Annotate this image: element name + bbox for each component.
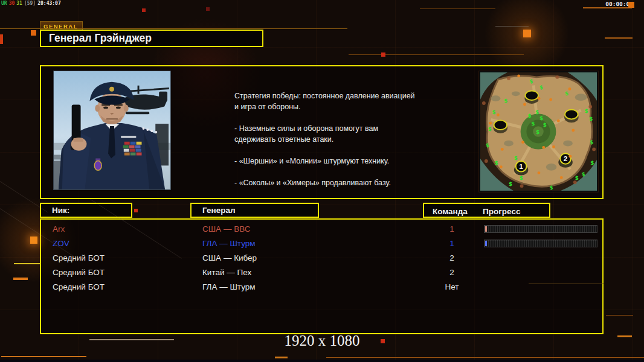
decorative-square bbox=[381, 339, 385, 343]
decorative-line bbox=[617, 335, 632, 337]
svg-text:$: $ bbox=[539, 84, 543, 91]
player-nick: Средний БОТ bbox=[53, 282, 105, 291]
svg-text:$: $ bbox=[565, 91, 568, 97]
decorative-line bbox=[275, 357, 288, 358]
perf-clock: 20:43:07 bbox=[37, 1, 61, 6]
svg-text:$: $ bbox=[590, 139, 593, 145]
svg-text:$: $ bbox=[509, 181, 512, 187]
general-portrait bbox=[53, 71, 171, 190]
decorative-square bbox=[628, 2, 634, 8]
decorative-square bbox=[206, 7, 210, 11]
decorative-line bbox=[13, 278, 28, 280]
svg-text:$: $ bbox=[514, 155, 518, 161]
svg-text:$: $ bbox=[495, 160, 498, 166]
player-nick: Arx bbox=[53, 224, 65, 233]
decorative-square bbox=[381, 52, 385, 57]
progress-fill bbox=[485, 226, 487, 232]
players-table: Arx США — ВВС 1 ZOV ГЛА — Штурм 1 Средни… bbox=[40, 218, 604, 334]
perf-ur: UR bbox=[1, 1, 7, 6]
decorative-line bbox=[495, 26, 529, 27]
svg-text:$: $ bbox=[550, 185, 553, 191]
player-progress-bar bbox=[484, 240, 597, 247]
decorative-line bbox=[583, 7, 632, 8]
decorative-square bbox=[523, 30, 531, 37]
table-row: Средний БОТ США — Кибер 2 bbox=[41, 251, 602, 265]
svg-text:$: $ bbox=[536, 129, 539, 135]
decorative-line bbox=[606, 315, 633, 316]
svg-text:$: $ bbox=[520, 175, 523, 181]
header-progress: Прогресс bbox=[483, 205, 520, 218]
header-team-progress: Команда Прогресс bbox=[423, 203, 550, 218]
svg-text:$: $ bbox=[589, 116, 593, 122]
progress-fill bbox=[485, 241, 487, 246]
decorative-line bbox=[420, 8, 495, 9]
perf-val: 31 bbox=[16, 1, 22, 6]
svg-text:$: $ bbox=[590, 160, 594, 166]
perf-overlay: UR3031[59]20:43:07 bbox=[1, 1, 63, 6]
svg-text:$: $ bbox=[543, 122, 547, 128]
player-general: США — Кибер bbox=[202, 253, 257, 262]
table-row: Средний БОТ Китай — Пех 2 bbox=[41, 265, 602, 280]
decorative-line bbox=[605, 37, 633, 39]
decorative-square bbox=[30, 237, 37, 244]
decorative-line bbox=[326, 357, 644, 358]
svg-text:$: $ bbox=[488, 126, 492, 132]
player-team: Нет bbox=[431, 282, 473, 291]
decorative-line bbox=[529, 284, 604, 284]
svg-text:$: $ bbox=[531, 121, 535, 127]
perf-fps: 30 bbox=[9, 1, 15, 6]
player-general: США — ВВС bbox=[202, 224, 250, 233]
perf-bracket: [59] bbox=[24, 1, 36, 6]
svg-text:$: $ bbox=[584, 108, 588, 114]
player-nick: Средний БОТ bbox=[53, 268, 105, 277]
player-general: Китай — Пех bbox=[202, 268, 251, 277]
decorative-square bbox=[0, 34, 3, 44]
strategy-briefing: Стратегия победы: постоянное давление ав… bbox=[234, 91, 442, 188]
minimap-image: 1 2 $$$$ $$$$ $$$$ $$$$ $$$$ $$$$ bbox=[480, 72, 597, 191]
start-position-1: 1 bbox=[519, 162, 523, 170]
svg-text:$: $ bbox=[575, 175, 579, 181]
header-team: Команда bbox=[433, 205, 468, 218]
general-portrait-image bbox=[54, 71, 170, 189]
table-row: ZOV ГЛА — Штурм 1 bbox=[41, 237, 602, 251]
player-team: 2 bbox=[431, 268, 473, 277]
decorative-square bbox=[31, 30, 36, 36]
decorative-line bbox=[89, 339, 174, 340]
svg-text:$: $ bbox=[529, 78, 533, 84]
decorative-square bbox=[134, 209, 138, 212]
header-general: Генерал bbox=[190, 203, 319, 218]
svg-text:$: $ bbox=[486, 142, 489, 148]
player-progress-bar bbox=[484, 225, 597, 233]
decorative-line bbox=[14, 263, 40, 264]
decorative-line bbox=[349, 54, 524, 55]
resolution-label: 1920 x 1080 bbox=[0, 332, 644, 349]
svg-text:$: $ bbox=[535, 109, 539, 115]
svg-text:$: $ bbox=[582, 171, 585, 177]
decorative-square bbox=[142, 8, 146, 12]
minimap: 1 2 $$$$ $$$$ $$$$ $$$$ $$$$ $$$$ bbox=[479, 71, 598, 192]
player-nick: Средний БОТ bbox=[53, 253, 105, 262]
svg-text:$: $ bbox=[539, 115, 543, 121]
player-general: ГЛА — Штурм bbox=[202, 282, 256, 291]
decorative-line bbox=[0, 28, 347, 29]
svg-text:$: $ bbox=[527, 113, 531, 119]
table-row: Средний БОТ ГЛА — Штурм Нет bbox=[41, 280, 602, 294]
svg-text:$: $ bbox=[492, 109, 496, 115]
player-team: 1 bbox=[431, 239, 473, 248]
start-position-2: 2 bbox=[564, 154, 568, 162]
page-title: Генерал Грэйнджер bbox=[40, 30, 263, 47]
table-row: Arx США — ВВС 1 bbox=[41, 222, 602, 237]
header-nick: Ник: bbox=[40, 203, 132, 218]
bottom-bar bbox=[0, 360, 644, 362]
player-team: 2 bbox=[431, 253, 473, 262]
svg-text:$: $ bbox=[504, 98, 507, 104]
player-general: ГЛА — Штурм bbox=[202, 239, 256, 248]
player-team: 1 bbox=[431, 224, 473, 233]
decorative-line bbox=[1, 356, 86, 357]
